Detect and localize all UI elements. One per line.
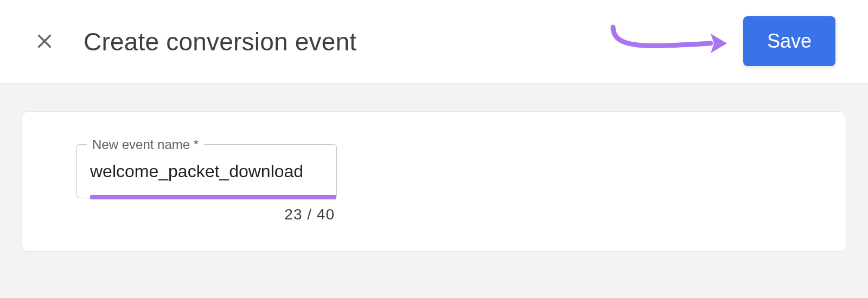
annotation-arrow-icon [608,21,727,64]
char-count: 23 / 40 [76,206,337,223]
focus-underline [90,195,336,199]
event-name-label: New event name * [87,137,204,152]
event-name-input[interactable] [90,161,323,182]
close-button[interactable] [33,30,56,54]
dialog-header: Create conversion event Save [0,0,868,84]
event-form-card: New event name * 23 / 40 [22,111,846,252]
event-name-field[interactable]: New event name * [76,144,337,198]
close-icon [35,31,54,53]
save-button[interactable]: Save [743,16,835,66]
event-name-field-wrap: New event name * 23 / 40 [76,144,337,223]
page-title: Create conversion event [84,27,356,56]
content-area: New event name * 23 / 40 [0,84,868,298]
svg-marker-2 [711,34,727,53]
